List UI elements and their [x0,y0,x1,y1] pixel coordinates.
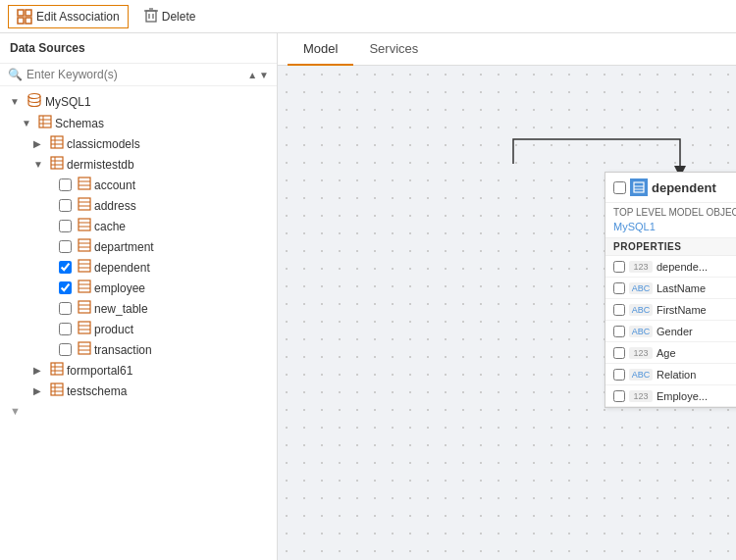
testschema-label: testschema [67,384,127,398]
dependent-prop-5-checkbox[interactable] [613,369,625,381]
main-layout: Data Sources 🔍 ▲ ▼ ▼ MySQL1 ▼ [0,33,736,560]
dependent-prop-1-checkbox[interactable] [613,282,625,294]
checkbox-account[interactable] [59,178,72,191]
tree-node-product[interactable]: product [0,319,277,339]
account-label: account [94,178,135,192]
svg-point-9 [28,94,40,99]
svg-rect-53 [51,383,63,395]
tab-model[interactable]: Model [288,33,353,66]
svg-rect-18 [51,157,63,169]
edit-association-label: Edit Association [36,10,120,24]
svg-rect-3 [26,18,31,24]
edit-icon [17,9,32,25]
tree-node-mysql1[interactable]: ▼ MySQL1 [0,90,277,113]
dependent-prop-4: 123 Age [605,342,736,364]
dependent-subtitle: TOP LEVEL MODEL OBJECT MySQL1 [605,203,736,238]
svg-rect-46 [79,342,90,354]
table-icon-employee [78,280,91,296]
dependent-prop-0-checkbox[interactable] [613,261,625,273]
checkbox-product[interactable] [59,323,72,335]
dependent-prop-2: ABC FirstName [605,299,736,321]
svg-rect-49 [51,363,63,375]
checkbox-address[interactable] [59,199,72,212]
classicmodels-label: classicmodels [67,137,140,151]
scroll-indicator: ▼ [0,401,277,421]
table-icon-account [78,177,91,193]
checkbox-department[interactable] [59,240,72,253]
search-arrows: ▲ ▼ [247,70,269,80]
svg-rect-31 [79,239,90,251]
transaction-label: transaction [94,343,152,357]
svg-rect-37 [79,280,90,292]
schemas-label: Schemas [55,117,104,130]
svg-rect-40 [79,301,90,313]
expand-schemas[interactable]: ▼ [22,118,35,128]
svg-rect-0 [18,10,24,16]
mysql1-label: MySQL1 [45,95,91,109]
classicmodels-icon [50,135,64,152]
tree-node-transaction[interactable]: transaction [0,339,277,360]
department-label: department [94,240,154,254]
svg-rect-22 [79,178,90,189]
expand-testschema[interactable]: ▶ [33,385,47,396]
expand-dermistestdb[interactable]: ▼ [33,159,47,170]
tree-node-testschema[interactable]: ▶ testschema [0,381,277,401]
expand-formportal61[interactable]: ▶ [33,365,47,376]
search-icon: 🔍 [8,68,23,81]
dependent-card-header: dependent ⋮ [605,173,736,203]
tree-node-dependent[interactable]: dependent [0,257,277,278]
sidebar: Data Sources 🔍 ▲ ▼ ▼ MySQL1 ▼ [0,33,278,560]
dependent-prop-6-checkbox[interactable] [613,390,625,402]
dependent-props-header: PROPERTIES [605,238,736,256]
checkbox-new-table[interactable] [59,302,72,315]
checkbox-dependent[interactable] [59,261,72,274]
dermistestdb-label: dermistestdb [67,158,134,172]
checkbox-employee[interactable] [59,281,72,294]
checkbox-cache[interactable] [59,220,72,232]
table-icon-address [78,197,91,214]
canvas: 1:n dependent ⋮ TOP LEVEL MODEL OBJECT M… [278,66,736,560]
tree-node-employee[interactable]: employee [0,278,277,298]
svg-rect-14 [51,136,63,148]
svg-rect-1 [26,10,31,16]
tree-node-formportal61[interactable]: ▶ formportal61 [0,360,277,381]
checkbox-transaction[interactable] [59,343,72,356]
delete-icon [144,7,158,25]
dependent-prop-3-checkbox[interactable] [613,326,625,337]
dependent-prop-2-checkbox[interactable] [613,304,625,316]
testschema-icon [50,382,64,399]
content-area: Model Services 1:n [278,33,736,560]
schemas-icon [38,115,52,131]
tree-node-address[interactable]: address [0,195,277,216]
tree-node-account[interactable]: account [0,175,277,195]
dependent-title: dependent [652,180,736,195]
dependent-prop-3: ABC Gender [605,321,736,342]
table-icon-cache [78,218,91,234]
delete-button[interactable]: Delete [144,7,196,25]
arrow-up-button[interactable]: ▲ [247,70,257,80]
svg-rect-10 [39,116,51,127]
tree-node-department[interactable]: department [0,236,277,257]
search-input[interactable] [26,68,243,81]
dependent-prop-4-checkbox[interactable] [613,347,625,359]
new-table-label: new_table [94,302,148,316]
expand-mysql1[interactable]: ▼ [10,96,24,107]
tree-node-new-table[interactable]: new_table [0,298,277,319]
dependent-prop-1: ABC LastName [605,278,736,299]
tree-node-cache[interactable]: cache [0,216,277,236]
table-icon-dependent [78,259,91,276]
svg-rect-4 [146,11,156,22]
svg-rect-43 [79,322,90,333]
sidebar-title: Data Sources [0,33,277,64]
tree-node-schemas[interactable]: ▼ Schemas [0,113,277,133]
tab-services[interactable]: Services [353,33,434,66]
dependent-card-checkbox[interactable] [613,181,626,194]
dependent-label: dependent [94,261,150,275]
edit-association-button[interactable]: Edit Association [8,5,129,28]
tree-node-dermistestdb[interactable]: ▼ dermistestdb [0,154,277,175]
expand-classicmodels[interactable]: ▶ [33,138,47,149]
arrow-down-button[interactable]: ▼ [259,70,269,80]
cache-label: cache [94,220,126,233]
address-label: address [94,199,136,213]
tree-node-classicmodels[interactable]: ▶ classicmodels [0,133,277,154]
